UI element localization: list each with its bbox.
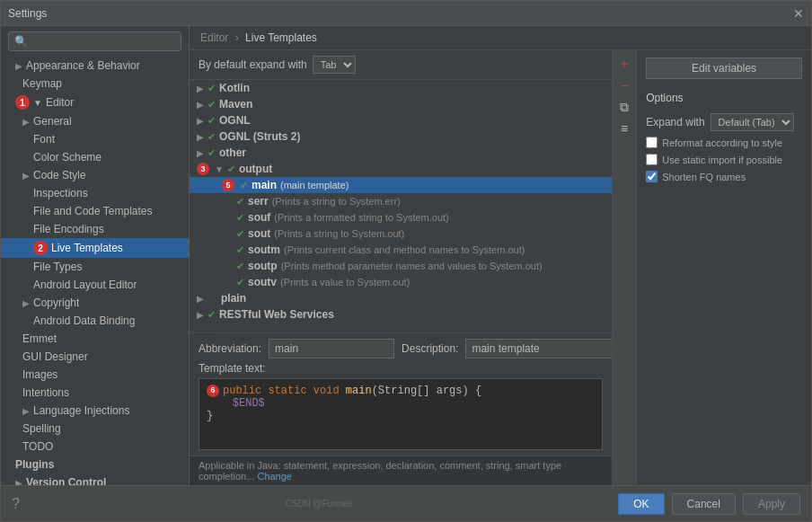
right-toolbar: + − ⧉ ≡ [612, 50, 636, 485]
close-button[interactable]: ✕ [793, 6, 804, 21]
sidebar-item-copyright[interactable]: ▶ Copyright [1, 294, 189, 312]
arrow-icon: ▶ [22, 406, 30, 416]
tree-group-maven[interactable]: ▶ ✔ Maven [190, 96, 612, 112]
sidebar-item-editor[interactable]: 1 ▼ Editor [1, 93, 189, 112]
tree-group-other[interactable]: ▶ ✔ other [190, 145, 612, 161]
reformat-checkbox[interactable] [646, 137, 658, 148]
tree-group-ognl[interactable]: ▶ ✔ OGNL [190, 112, 612, 128]
arrow-icon: ▼ [215, 164, 224, 174]
static-import-checkbox[interactable] [646, 154, 658, 165]
tree-item-soutv[interactable]: ✔ soutv (Prints a value to System.out) [190, 274, 612, 290]
badge-code: 6 [207, 385, 219, 397]
remove-button[interactable]: − [614, 75, 634, 95]
tree-item-main[interactable]: 5 ✔ main (main template) [190, 177, 612, 193]
tree-group-ognl-struts[interactable]: ▶ ✔ OGNL (Struts 2) [190, 128, 612, 145]
tree-item-soutp[interactable]: ✔ soutp (Prints method parameter names a… [190, 258, 612, 274]
tree-item-sout[interactable]: ✔ sout (Prints a string to System.out) [190, 226, 612, 242]
sidebar-item-font[interactable]: Font [1, 130, 189, 148]
sidebar-item-inspections[interactable]: Inspections [1, 184, 189, 202]
sidebar-item-android-data-binding[interactable]: Android Data Binding [1, 312, 189, 330]
watermark: CSDN @Funnee [285, 499, 352, 509]
arrow-icon: ▶ [197, 100, 204, 110]
tree-group-plain[interactable]: ▶ plain [190, 290, 612, 306]
help-button[interactable]: ? [12, 496, 20, 512]
check-icon: ✔ [240, 180, 248, 191]
arrow-icon: ▶ [22, 298, 30, 308]
ok-button[interactable]: OK [618, 493, 664, 515]
expand-with-label: Expand with [646, 116, 704, 128]
edit-variables-button[interactable]: Edit variables [646, 58, 802, 79]
check-icon: ✔ [207, 115, 216, 127]
template-code-editor[interactable]: 6public static void main(String[] args) … [199, 378, 603, 450]
sidebar-item-language-injections[interactable]: ▶ Language Injections [1, 402, 189, 420]
search-input[interactable] [8, 31, 181, 51]
arrow-icon: ▶ [197, 84, 204, 93]
main-panel: Editor › Live Templates By default expan… [190, 26, 811, 485]
expand-with-row: Expand with Default (Tab) [646, 113, 802, 131]
tree-item-serr[interactable]: ✔ serr (Prints a string to System.err) [190, 193, 612, 209]
title-bar-text: Settings [8, 7, 47, 20]
sidebar-item-version-control[interactable]: ▶ Version Control [1, 473, 189, 485]
apply-button[interactable]: Apply [743, 493, 800, 515]
reformat-row: Reformat according to style [646, 137, 802, 148]
sidebar-item-android-layout[interactable]: Android Layout Editor [1, 276, 189, 294]
applicable-bar: Applicable in Java: statement, expressio… [190, 456, 612, 485]
shorten-checkbox[interactable] [646, 171, 658, 182]
tree-group-kotlin[interactable]: ▶ ✔ Kotlin [190, 80, 612, 96]
tree-dots: …… [190, 323, 612, 332]
sidebar-item-file-encodings[interactable]: File Encodings [1, 220, 189, 238]
sidebar-item-spelling[interactable]: Spelling [1, 420, 189, 438]
sidebar-item-appearance[interactable]: ▶ Appearance & Behavior [1, 57, 189, 75]
content-area: ▶ Appearance & Behavior Keymap 1 ▼ Edito… [1, 26, 811, 485]
badge-main: 5 [222, 179, 234, 191]
tree-item-soutm[interactable]: ✔ soutm (Prints current class and method… [190, 242, 612, 258]
settings-window: Settings ✕ ▶ Appearance & Behavior Keyma… [0, 0, 812, 522]
arrow-icon: ▶ [197, 310, 204, 320]
check-icon: ✔ [236, 277, 244, 288]
sidebar-item-todo[interactable]: TODO [1, 438, 189, 456]
template-text-label: Template text: [199, 362, 603, 375]
arrow-icon: ▶ [15, 61, 22, 71]
check-icon: ✔ [236, 212, 244, 224]
sidebar-item-live-templates[interactable]: 2 Live Templates [1, 238, 189, 258]
sidebar-item-file-code-templates[interactable]: File and Code Templates [1, 202, 189, 220]
tree-item-souf[interactable]: ✔ souf (Prints a formatted string to Sys… [190, 209, 612, 226]
tree-group-restful[interactable]: ▶ ✔ RESTful Web Services [190, 306, 612, 323]
copy-button[interactable]: ⧉ [614, 97, 634, 117]
abbreviation-input[interactable] [269, 339, 394, 358]
arrow-icon: ▶ [197, 294, 204, 304]
tree-group-output[interactable]: 3 ▼ ✔ output [190, 161, 612, 177]
description-label: Description: [402, 342, 458, 355]
template-left-panel: By default expand with Tab ▶ ✔ Kotlin [190, 50, 612, 485]
sidebar-item-intentions[interactable]: Intentions [1, 384, 189, 402]
sidebar-item-keymap[interactable]: Keymap [1, 75, 189, 93]
sidebar-item-file-types[interactable]: File Types [1, 258, 189, 276]
change-link[interactable]: Change [257, 471, 292, 482]
sidebar-item-gui-designer[interactable]: GUI Designer [1, 348, 189, 366]
sidebar-item-plugins[interactable]: Plugins [1, 456, 189, 473]
sidebar-item-emmet[interactable]: Emmet [1, 330, 189, 348]
check-icon: ✔ [236, 244, 244, 256]
arrow-icon: ▶ [197, 116, 204, 126]
sidebar-item-color-scheme[interactable]: Color Scheme [1, 148, 189, 166]
shorten-row: Shorten FQ names [646, 171, 802, 182]
add-button[interactable]: + [614, 54, 634, 74]
title-bar: Settings ✕ [1, 1, 811, 26]
breadcrumb: Editor › Live Templates [190, 26, 811, 50]
check-icon: ✔ [207, 83, 216, 94]
move-button[interactable]: ≡ [614, 119, 634, 138]
expand-with-select[interactable]: Default (Tab) [710, 113, 794, 131]
sidebar-item-code-style[interactable]: ▶ Code Style [1, 166, 189, 184]
arrow-icon: ▶ [22, 117, 30, 127]
check-icon: ✔ [207, 131, 216, 143]
check-icon: ✔ [236, 261, 244, 272]
expand-select[interactable]: Tab [313, 56, 356, 74]
sidebar-item-general[interactable]: ▶ General [1, 112, 189, 130]
footer: ? CSDN @Funnee OK Cancel Apply [1, 485, 811, 521]
arrow-icon: ▶ [197, 132, 204, 142]
abbrev-row: Abbreviation: Description: [199, 339, 603, 358]
abbreviation-form: Abbreviation: Description: Template text… [190, 332, 612, 456]
cancel-button[interactable]: Cancel [672, 493, 736, 515]
sidebar-item-images[interactable]: Images [1, 366, 189, 384]
description-input[interactable] [465, 339, 613, 358]
